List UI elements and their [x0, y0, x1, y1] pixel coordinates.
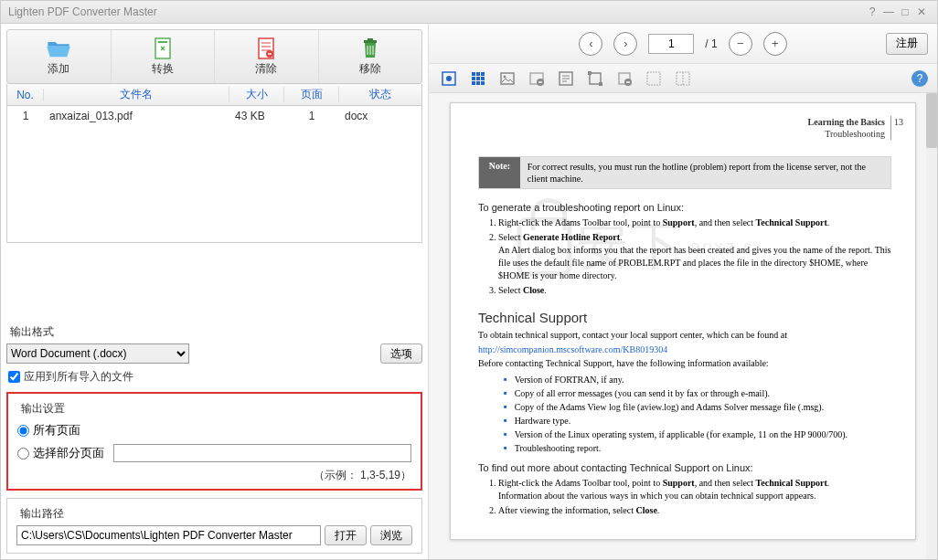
window-title: Lighten PDF Converter Master	[8, 5, 864, 18]
remove-image-icon[interactable]	[528, 69, 546, 88]
register-button[interactable]: 注册	[886, 33, 928, 55]
svg-rect-9	[368, 38, 373, 40]
svg-rect-36	[647, 72, 660, 85]
file-table-body: 1 anxaizai_013.pdf 43 KB 1 docx	[6, 106, 422, 243]
next-page-button[interactable]: ›	[613, 32, 637, 56]
svg-rect-1	[158, 41, 167, 43]
col-size[interactable]: 大小	[229, 87, 284, 102]
output-label: 输出设置	[21, 401, 411, 417]
trash-icon	[357, 37, 383, 59]
col-name[interactable]: 文件名	[44, 87, 229, 102]
table-row[interactable]: 1 anxaizai_013.pdf 43 KB 1 docx	[7, 106, 421, 126]
apply-all-checkbox[interactable]: 应用到所有导入的文件	[8, 369, 422, 385]
layout2-icon[interactable]	[674, 69, 692, 88]
output-path-box: 输出路径 打开 浏览	[6, 498, 422, 554]
minimize-button[interactable]: —	[880, 5, 897, 18]
text-box-icon[interactable]	[557, 69, 575, 88]
svg-rect-20	[481, 81, 485, 85]
add-button[interactable]: 添加	[7, 30, 112, 83]
preview-tool-bar: ?	[429, 64, 937, 93]
layout-icon[interactable]	[645, 69, 663, 88]
crop-icon[interactable]	[586, 69, 604, 88]
folder-open-icon	[46, 37, 71, 59]
svg-rect-12	[472, 72, 475, 76]
open-path-button[interactable]: 打开	[325, 525, 367, 545]
svg-rect-8	[364, 40, 377, 43]
svg-rect-19	[476, 81, 480, 85]
titlebar: Lighten PDF Converter Master ? — □ ✕	[1, 1, 937, 24]
note-box: Note: For correct results, you must run …	[478, 156, 891, 189]
col-no[interactable]: No.	[7, 89, 44, 101]
output-settings-box: 输出设置 所有页面 选择部分页面 （示例： 1,3-5,19）	[6, 392, 422, 491]
format-label: 输出格式	[10, 324, 422, 340]
remove-button[interactable]: 移除	[319, 30, 422, 83]
options-button[interactable]: 选项	[380, 343, 422, 364]
page-total: / 1	[705, 37, 717, 50]
zoom-in-button[interactable]: +	[763, 32, 787, 56]
all-pages-radio[interactable]: 所有页面	[17, 422, 411, 438]
zoom-out-button[interactable]: −	[729, 32, 752, 56]
document-convert-icon	[150, 37, 176, 59]
svg-rect-16	[476, 77, 480, 80]
image-icon[interactable]	[498, 69, 517, 88]
page-range-example: （示例： 1,3-5,19）	[17, 468, 411, 483]
svg-rect-14	[481, 72, 485, 76]
col-page[interactable]: 页面	[284, 87, 339, 102]
preview-nav-bar: ‹ › / 1 − + 注册	[429, 24, 937, 64]
svg-rect-15	[472, 77, 475, 80]
output-path-input[interactable]	[16, 525, 321, 545]
col-status[interactable]: 状态	[339, 87, 421, 102]
remove-crop-icon[interactable]	[615, 69, 634, 88]
select-pages-radio[interactable]: 选择部分页面	[17, 444, 411, 462]
svg-point-22	[504, 75, 506, 78]
browse-path-button[interactable]: 浏览	[370, 525, 412, 545]
path-label: 输出路径	[20, 506, 412, 522]
preview-panel: ‹ › / 1 − + 注册 ?	[429, 24, 937, 559]
left-panel: 添加 转换 清除 移除 No. 文件名 大小 页面	[1, 24, 429, 559]
svg-rect-31	[588, 71, 592, 75]
help-icon[interactable]: ?	[911, 70, 928, 87]
svg-rect-17	[481, 77, 485, 80]
close-button[interactable]: ✕	[913, 5, 930, 18]
prev-page-button[interactable]: ‹	[579, 32, 602, 56]
page-range-input[interactable]	[113, 444, 411, 462]
svg-rect-13	[476, 72, 480, 76]
format-select[interactable]: Word Document (.docx)	[6, 343, 189, 364]
document-preview[interactable]: 安下.anxz.c Learning the Basics13 Troubles…	[429, 93, 937, 559]
preview-scrollbar[interactable]	[926, 93, 937, 559]
document-clear-icon	[253, 37, 279, 59]
main-toolbar: 添加 转换 清除 移除	[6, 29, 422, 84]
clear-button[interactable]: 清除	[215, 30, 319, 83]
select-all-icon[interactable]	[440, 69, 458, 88]
page-number-input[interactable]	[648, 34, 694, 54]
svg-point-11	[446, 76, 452, 81]
grid-icon[interactable]	[469, 69, 487, 88]
document-page: Learning the Basics13 Troubleshooting No…	[450, 102, 916, 540]
help-button[interactable]: ?	[864, 5, 880, 18]
maximize-button[interactable]: □	[897, 5, 913, 18]
svg-rect-21	[501, 73, 514, 84]
app-window: Lighten PDF Converter Master ? — □ ✕ 添加 …	[0, 0, 938, 560]
file-table-header: No. 文件名 大小 页面 状态	[6, 84, 422, 106]
svg-rect-18	[472, 81, 475, 85]
svg-rect-32	[599, 82, 602, 86]
convert-button[interactable]: 转换	[112, 30, 216, 83]
